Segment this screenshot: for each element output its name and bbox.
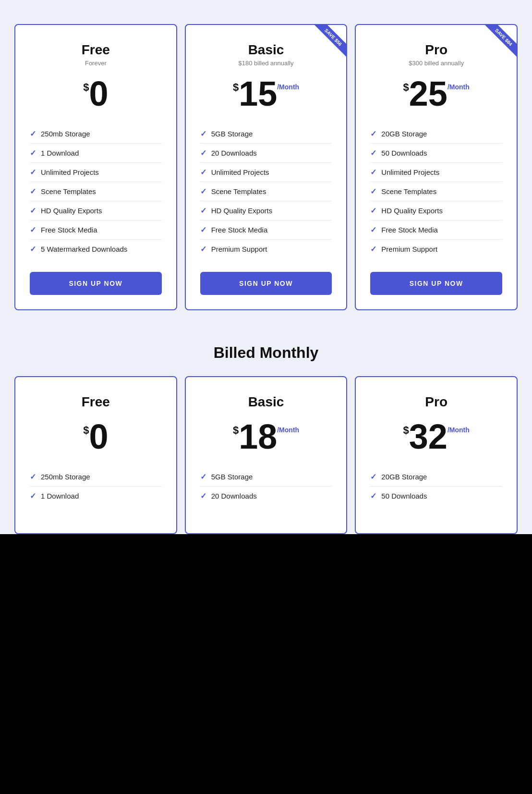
check-icon: ✓ xyxy=(30,491,36,501)
check-icon: ✓ xyxy=(200,225,206,234)
list-item: ✓20GB Storage xyxy=(370,467,502,487)
pro-price-dollar: $ xyxy=(403,81,409,94)
basic-price-amount: 15 xyxy=(239,76,277,111)
pro-monthly-name: Pro xyxy=(370,394,502,410)
pro-monthly-amount: 32 xyxy=(409,419,447,454)
list-item: ✓HD Quality Exports xyxy=(370,201,502,220)
free-price-amount: 0 xyxy=(89,76,108,111)
pro-plan-price: $ 25 /Month xyxy=(370,76,502,111)
annual-cards-row: Free Forever $ 0 ✓250mb Storage ✓1 Downl… xyxy=(14,24,518,310)
check-icon: ✓ xyxy=(200,168,206,177)
basic-price-period: /Month xyxy=(277,83,299,91)
list-item: ✓20 Downloads xyxy=(200,144,332,163)
check-icon: ✓ xyxy=(370,472,376,481)
basic-plan-card: SAVE $56 Basic $180 billed annually $ 15… xyxy=(185,24,348,310)
check-icon: ✓ xyxy=(370,129,376,138)
list-item: ✓Unlimited Projects xyxy=(200,163,332,182)
annual-pricing-section: Free Forever $ 0 ✓250mb Storage ✓1 Downl… xyxy=(10,10,522,330)
list-item: ✓HD Quality Exports xyxy=(200,201,332,220)
check-icon: ✓ xyxy=(200,244,206,254)
list-item: ✓Premium Support xyxy=(370,240,502,258)
check-icon: ✓ xyxy=(370,491,376,501)
check-icon: ✓ xyxy=(370,187,376,196)
basic-features-list: ✓5GB Storage ✓20 Downloads ✓Unlimited Pr… xyxy=(200,124,332,258)
free-monthly-price: $ 0 xyxy=(30,419,162,454)
basic-monthly-name: Basic xyxy=(200,394,332,410)
check-icon: ✓ xyxy=(30,148,36,158)
check-icon: ✓ xyxy=(30,244,36,254)
list-item: ✓20GB Storage xyxy=(370,124,502,144)
free-signup-button[interactable]: SIGN UP NOW xyxy=(30,272,162,295)
monthly-section-title: Billed Monthly xyxy=(14,344,518,362)
list-item: ✓1 Download xyxy=(30,487,162,505)
list-item: ✓Scene Templates xyxy=(30,182,162,201)
list-item: ✓Premium Support xyxy=(200,240,332,258)
basic-monthly-price: $ 18 /Month xyxy=(200,419,332,454)
list-item: ✓5 Watermarked Downloads xyxy=(30,240,162,258)
pro-signup-button[interactable]: SIGN UP NOW xyxy=(370,272,502,295)
pro-ribbon-label: SAVE $84 xyxy=(484,25,517,57)
list-item: ✓Free Stock Media xyxy=(200,220,332,240)
pro-price-amount: 25 xyxy=(409,76,447,111)
basic-monthly-amount: 18 xyxy=(239,419,277,454)
free-plan-subtitle: Forever xyxy=(30,60,162,67)
check-icon: ✓ xyxy=(30,472,36,481)
basic-monthly-card: Basic $ 18 /Month ✓5GB Storage ✓20 Downl… xyxy=(185,376,348,534)
check-icon: ✓ xyxy=(200,148,206,158)
basic-monthly-features: ✓5GB Storage ✓20 Downloads xyxy=(200,467,332,505)
list-item: ✓Free Stock Media xyxy=(30,220,162,240)
check-icon: ✓ xyxy=(200,187,206,196)
free-monthly-dollar: $ xyxy=(83,424,89,437)
list-item: ✓HD Quality Exports xyxy=(30,201,162,220)
black-footer-area xyxy=(0,534,532,794)
list-item: ✓Free Stock Media xyxy=(370,220,502,240)
pro-monthly-features: ✓20GB Storage ✓50 Downloads xyxy=(370,467,502,505)
free-plan-name: Free xyxy=(30,42,162,58)
basic-monthly-period: /Month xyxy=(277,426,299,434)
pro-monthly-price: $ 32 /Month xyxy=(370,419,502,454)
free-features-list: ✓250mb Storage ✓1 Download ✓Unlimited Pr… xyxy=(30,124,162,258)
list-item: ✓250mb Storage xyxy=(30,467,162,487)
pro-price-period: /Month xyxy=(447,83,470,91)
basic-signup-button[interactable]: SIGN UP NOW xyxy=(200,272,332,295)
pro-plan-card: SAVE $84 Pro $300 billed annually $ 25 /… xyxy=(355,24,518,310)
monthly-cards-row: Free $ 0 ✓250mb Storage ✓1 Download Basi… xyxy=(14,376,518,534)
list-item: ✓5GB Storage xyxy=(200,467,332,487)
check-icon: ✓ xyxy=(370,206,376,215)
free-plan-price: $ 0 xyxy=(30,76,162,111)
list-item: ✓1 Download xyxy=(30,144,162,163)
list-item: ✓20 Downloads xyxy=(200,487,332,505)
free-monthly-features: ✓250mb Storage ✓1 Download xyxy=(30,467,162,505)
free-monthly-amount: 0 xyxy=(89,419,108,454)
check-icon: ✓ xyxy=(200,129,206,138)
basic-price-dollar: $ xyxy=(233,81,239,94)
list-item: ✓250mb Storage xyxy=(30,124,162,144)
list-item: ✓5GB Storage xyxy=(200,124,332,144)
check-icon: ✓ xyxy=(30,168,36,177)
free-price-dollar: $ xyxy=(83,81,89,94)
free-monthly-name: Free xyxy=(30,394,162,410)
list-item: ✓Unlimited Projects xyxy=(370,163,502,182)
list-item: ✓Scene Templates xyxy=(200,182,332,201)
free-monthly-card: Free $ 0 ✓250mb Storage ✓1 Download xyxy=(14,376,177,534)
check-icon: ✓ xyxy=(30,129,36,138)
monthly-pricing-section: Billed Monthly Free $ 0 ✓250mb Storage ✓… xyxy=(10,330,522,534)
pro-features-list: ✓20GB Storage ✓50 Downloads ✓Unlimited P… xyxy=(370,124,502,258)
basic-ribbon-label: SAVE $56 xyxy=(314,25,346,57)
list-item: ✓50 Downloads xyxy=(370,487,502,505)
pro-ribbon: SAVE $84 xyxy=(478,25,517,63)
list-item: ✓Scene Templates xyxy=(370,182,502,201)
basic-plan-price: $ 15 /Month xyxy=(200,76,332,111)
list-item: ✓50 Downloads xyxy=(370,144,502,163)
check-icon: ✓ xyxy=(370,148,376,158)
list-item: ✓Unlimited Projects xyxy=(30,163,162,182)
check-icon: ✓ xyxy=(30,187,36,196)
check-icon: ✓ xyxy=(30,225,36,234)
pro-monthly-period: /Month xyxy=(447,426,470,434)
check-icon: ✓ xyxy=(370,244,376,254)
check-icon: ✓ xyxy=(200,491,206,501)
check-icon: ✓ xyxy=(370,225,376,234)
check-icon: ✓ xyxy=(30,206,36,215)
check-icon: ✓ xyxy=(200,472,206,481)
basic-monthly-dollar: $ xyxy=(233,424,239,437)
